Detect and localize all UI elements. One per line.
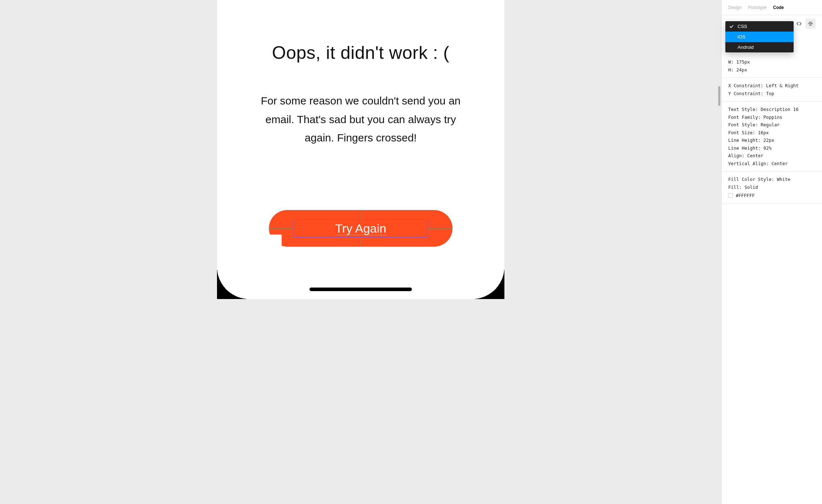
language-option-android[interactable]: Android [725, 42, 794, 52]
canvas-scrollbar[interactable] [718, 86, 720, 106]
font-family: Font Family: Poppins [728, 113, 816, 121]
try-again-button-wrap: Try Again [269, 210, 453, 247]
home-indicator [310, 288, 412, 291]
device-corner-br [472, 267, 504, 299]
tab-design[interactable]: Design [728, 5, 742, 10]
phone-frame: Oops, it didn't work : ( For some reason… [217, 0, 504, 299]
device-corner-bl [217, 267, 249, 299]
line-height-px: Line Height: 22px [728, 136, 816, 144]
spacing-guide-bottom [361, 237, 361, 247]
fill-type: Fill: Solid [728, 183, 816, 191]
code-brackets-icon [796, 21, 802, 27]
font-style: Font Style: Regular [728, 121, 816, 129]
language-option-label: iOS [738, 34, 745, 39]
inspector-tabs: Design Prototype Code [722, 0, 822, 15]
constraints-section: X Constraint: Left & Right Y Constraint:… [722, 78, 822, 102]
spacing-guide-left [269, 228, 294, 229]
width-line: W: 175px [728, 58, 816, 66]
text-align: Align: Center [728, 152, 816, 160]
language-option-ios[interactable]: iOS [725, 32, 794, 42]
text-style: Text Style: Description 16 [728, 106, 816, 113]
fill-swatch-row[interactable]: #FFFFFF [728, 192, 816, 200]
line-height-pct: Line Height: 92% [728, 144, 816, 152]
fill-color-style: Fill Color Style: White [728, 176, 816, 183]
text-valign: Vertical Align: Center [728, 160, 816, 168]
fill-section: Fill Color Style: White Fill: Solid #FFF… [722, 172, 822, 204]
check-icon [729, 24, 734, 29]
table-view-toggle[interactable] [805, 19, 816, 29]
language-option-css[interactable]: CSS [725, 21, 794, 32]
list-lines-icon [808, 21, 813, 27]
canvas-workspace[interactable]: Oops, it didn't work : ( For some reason… [0, 0, 721, 504]
language-option-label: Android [738, 45, 754, 50]
inspector-panel: Design Prototype Code CSS iOS Android [721, 0, 822, 504]
try-again-label: Try Again [335, 221, 386, 235]
code-view-toggle[interactable] [794, 19, 804, 29]
language-option-label: CSS [738, 24, 747, 29]
try-again-button[interactable]: Try Again [269, 210, 453, 247]
spacing-guide-top [361, 210, 361, 219]
language-dropdown[interactable]: CSS iOS Android [725, 21, 794, 52]
fill-hex: #FFFFFF [736, 192, 755, 200]
tab-prototype[interactable]: Prototype [748, 5, 766, 10]
code-language-row: CSS iOS Android [722, 15, 822, 33]
x-constraint: X Constraint: Left & Right [728, 82, 816, 90]
text-style-section: Text Style: Description 16 Font Family: … [722, 102, 822, 172]
height-line: H: 24px [728, 66, 816, 74]
error-heading: Oops, it didn't work : ( [217, 42, 504, 63]
error-body: For some reason we couldn't send you an … [253, 92, 468, 147]
tab-code[interactable]: Code [773, 5, 784, 10]
font-size: Font Size: 16px [728, 129, 816, 137]
color-swatch[interactable] [728, 193, 733, 198]
spacing-guide-right [428, 228, 453, 229]
y-constraint: Y Constraint: Top [728, 90, 816, 98]
